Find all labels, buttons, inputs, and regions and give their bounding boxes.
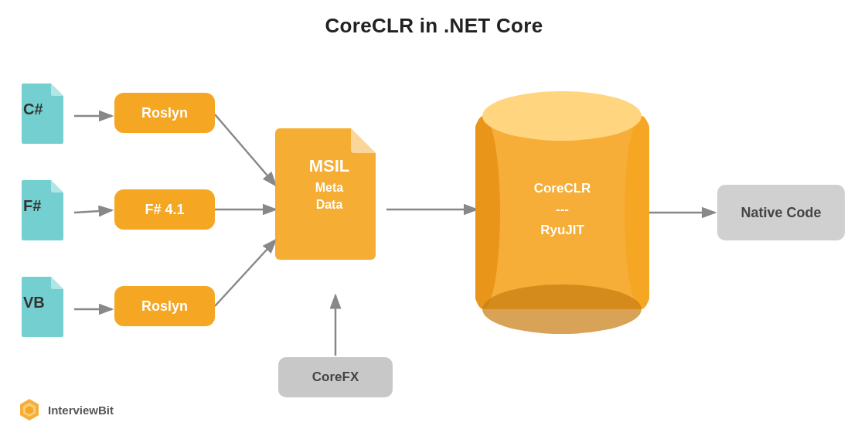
vb-label: VB: [23, 294, 45, 312]
svg-line-2: [74, 210, 112, 213]
coreclr-label: CoreCLR --- RyuJIT: [475, 178, 649, 241]
diagram-container: CoreCLR in .NET Core: [0, 0, 868, 436]
logo-text: InterviewBit: [48, 404, 114, 417]
svg-point-13: [482, 91, 642, 141]
svg-line-6: [215, 240, 276, 306]
roslyn-top-box: Roslyn: [114, 93, 215, 133]
page-title: CoreCLR in .NET Core: [0, 0, 868, 38]
roslyn-bottom-box: Roslyn: [114, 286, 215, 326]
svg-line-4: [215, 114, 276, 186]
corefx-box: CoreFX: [278, 357, 393, 397]
msil-sublabel: MetaData: [272, 179, 386, 214]
csharp-label: C#: [23, 100, 43, 118]
fsharp-label: F#: [23, 197, 41, 215]
native-code-box: Native Code: [717, 185, 845, 240]
logo-icon: [17, 397, 42, 422]
msil-label: MSIL: [272, 156, 386, 176]
coreclr-cylinder: CoreCLR --- RyuJIT: [475, 85, 649, 340]
svg-point-14: [482, 284, 642, 334]
logo-area: InterviewBit: [17, 397, 114, 422]
msil-document: MSIL MetaData: [272, 125, 386, 267]
fsharp41-box: F# 4.1: [114, 189, 215, 230]
